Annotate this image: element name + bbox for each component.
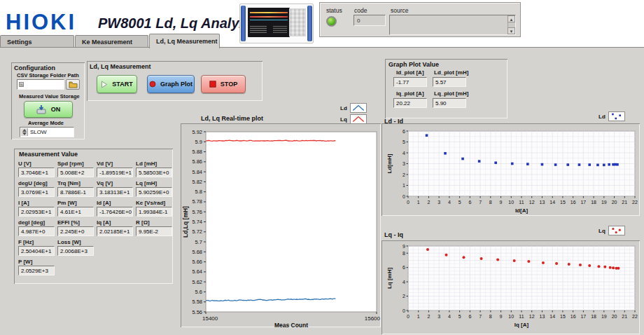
svg-text:5.82: 5.82 (192, 179, 202, 185)
measurement-value-panel: Measurement Value U [V]3.7046E+1degU [de… (14, 149, 173, 284)
measurement-field: -1.89519E+1 (97, 168, 133, 177)
svg-text:3: 3 (402, 161, 405, 166)
measurement-item: R [Ω]9.95E-2 (136, 219, 173, 236)
svg-text:5.6: 5.6 (195, 289, 202, 295)
measurement-field: 5.008E+2 (57, 168, 94, 177)
measurement-column: U [V]3.7046E+1degU [deg]3.0769E+1I [A]2.… (18, 160, 55, 278)
scroll-up-icon[interactable]: ▲ (507, 15, 515, 22)
svg-text:1: 1 (417, 314, 420, 319)
svg-text:2: 2 (428, 200, 430, 205)
svg-text:5.74: 5.74 (192, 219, 202, 225)
storage-label: Measured Value Storage (19, 93, 80, 100)
spinner-arrows-icon[interactable] (21, 128, 28, 136)
svg-text:5.86: 5.86 (192, 158, 202, 165)
svg-text:6: 6 (468, 200, 471, 205)
svg-text:19: 19 (601, 314, 607, 319)
csv-path-input[interactable]: % (17, 79, 64, 90)
measurement-item: Trq [Nm]8.7886E-1 (57, 180, 94, 197)
svg-text:5: 5 (458, 200, 461, 205)
id-plot-value: -1.77 (393, 77, 427, 87)
tab-ke-measurement[interactable]: Ke Measurement (75, 35, 148, 48)
tab-divider (0, 47, 644, 48)
graph-plot-value-panel: Graph Plot Value Id_plot [A] Ld_plot [mH… (385, 59, 507, 118)
source-scrollbar[interactable]: ▲ ▼ (507, 15, 515, 34)
svg-text:5.92: 5.92 (192, 129, 202, 135)
measurement-field: 2.02953E+1 (18, 207, 55, 217)
measurement-label: Iq [A] (97, 219, 134, 226)
svg-text:5.56: 5.56 (192, 309, 202, 315)
storage-on-button[interactable]: ON (24, 101, 73, 118)
measurement-column: Vd [V]-1.89519E+1Vq [V]3.18313E+1Id [A]-… (97, 160, 134, 278)
start-button[interactable]: START (97, 75, 137, 93)
status-cluster: status code 0 source ▲ ▼ (319, 2, 521, 37)
ld-id-plot-canvas: 0123456789101112131415161718192021220123… (382, 123, 640, 216)
svg-text:5.64: 5.64 (192, 268, 202, 275)
realtime-legend[interactable]: Ld Lq (340, 103, 367, 124)
tab-ld-lq-measurement[interactable]: Ld, Lq Measurement (149, 34, 220, 48)
configuration-title: Configuration (14, 64, 55, 71)
ld-id-legend[interactable]: Ld (598, 111, 625, 121)
svg-text:8: 8 (402, 251, 405, 256)
graph-plot-button[interactable]: Graph Plot (147, 75, 195, 93)
measurement-item: U [V]3.7046E+1 (18, 160, 55, 177)
tab-settings[interactable]: Settings (0, 35, 74, 48)
ld-line-sample-icon (350, 103, 367, 113)
svg-text:13: 13 (540, 200, 545, 205)
lq-iq-legend[interactable]: Lq (598, 226, 625, 235)
configuration-panel: Configuration CSV Storage Folder Path % … (11, 62, 85, 139)
svg-text:12: 12 (529, 200, 535, 205)
svg-text:5.7: 5.7 (195, 239, 202, 245)
svg-text:Iq [A]: Iq [A] (514, 322, 529, 328)
status-label: status (326, 7, 342, 14)
stop-button[interactable]: STOP (201, 75, 246, 93)
page-title: PW8001 Ld, Lq Analyzer (98, 15, 259, 32)
svg-text:8: 8 (489, 314, 492, 319)
ld-id-plot: 0123456789101112131415161718192021220123… (382, 123, 640, 216)
svg-text:19: 19 (601, 200, 607, 205)
svg-text:0: 0 (407, 200, 410, 205)
measurement-label: degI [deg] (18, 219, 55, 226)
legend-item-ld[interactable]: Ld (340, 103, 367, 113)
measurement-item: Lq [mH]5.90259E+0 (136, 180, 173, 197)
lq-iq-plot-canvas: 0123456789101112131415161718192021220246… (382, 240, 640, 334)
legend-item-ld-scatter[interactable]: Ld (598, 111, 625, 121)
browse-folder-button[interactable] (66, 79, 80, 90)
svg-text:15: 15 (560, 314, 566, 319)
measurement-field: 4.61E+1 (57, 207, 94, 217)
svg-text:2: 2 (402, 294, 405, 299)
stop-label: STOP (220, 81, 237, 88)
measurement-label: P [W] (18, 259, 55, 266)
measurement-item: EFFI [%]2.245E+0 (57, 219, 94, 236)
graph-plot-label: Graph Plot (160, 81, 192, 88)
measurement-field: 2.245E+0 (57, 226, 94, 236)
svg-text:4: 4 (448, 200, 451, 205)
measurement-label: Trq [Nm] (57, 180, 94, 187)
svg-text:7: 7 (479, 314, 482, 319)
svg-text:Lq [mH]: Lq [mH] (386, 268, 393, 289)
svg-text:0: 0 (407, 314, 410, 319)
svg-text:5.62: 5.62 (192, 279, 202, 285)
measurement-field: 4.987E+0 (18, 226, 55, 236)
lq-iq-plot: 0123456789101112131415161718192021220246… (382, 240, 640, 334)
svg-text:10: 10 (508, 200, 514, 205)
realtime-plot: 5.925.95.885.865.845.825.85.785.765.745.… (181, 123, 381, 327)
measurement-controls-panel: Ld, Lq Measurement START Graph Plot STOP (87, 61, 262, 101)
measurement-field: 2.02185E+1 (97, 226, 133, 236)
legend-ld-label: Ld (340, 105, 347, 111)
svg-text:Id[A]: Id[A] (515, 207, 528, 214)
legend-item-lq-scatter[interactable]: Lq (598, 226, 625, 235)
svg-text:11: 11 (519, 314, 524, 319)
measurement-column: Ld [mH]5.58503E+0Lq [mH]5.90259E+0Ke [Vs… (136, 160, 173, 278)
play-icon (101, 81, 108, 88)
legend-lq-label: Lq (340, 116, 347, 123)
lq-iq-plot-title: Lq - Iq (384, 231, 403, 238)
average-mode-select[interactable]: SLOW (20, 127, 74, 137)
legend-item-lq[interactable]: Lq (340, 114, 367, 124)
measurement-label: EFFI [%] (57, 219, 94, 226)
lq-plot-label: Lq_plot [mH] (434, 90, 468, 97)
measurement-label: F [Hz] (18, 239, 55, 246)
code-value: 0 (354, 15, 386, 26)
record-icon (149, 81, 156, 88)
tab-bar: Settings Ke Measurement Ld, Lq Measureme… (0, 34, 644, 48)
measurement-item: degU [deg]3.0769E+1 (18, 180, 55, 197)
